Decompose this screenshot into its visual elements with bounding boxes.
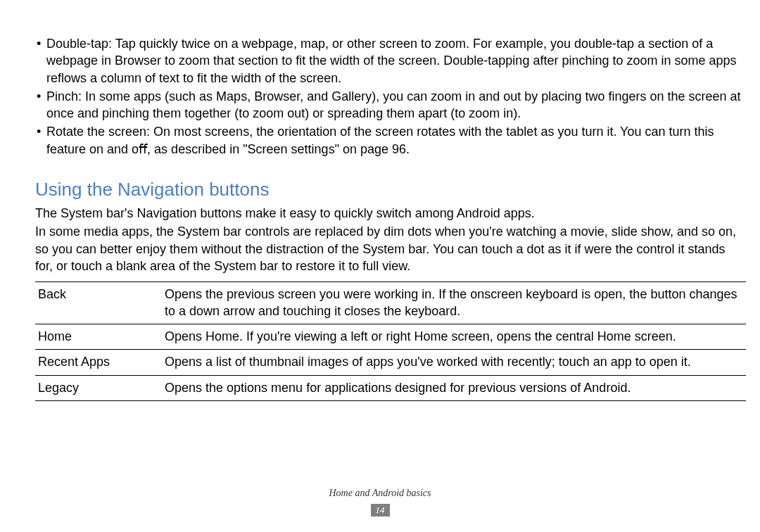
table-cell-label: Legacy [35,375,162,400]
section-heading: Using the Navigation buttons [35,179,746,201]
table-cell-label: Recent Apps [35,350,162,375]
table-row: Legacy Opens the options menu for applic… [35,375,746,400]
intro-paragraph-1: The System bar's Navigation buttons make… [35,205,746,222]
gesture-bullet-list: Double-tap: Tap quickly twice on a webpa… [35,35,746,158]
bullet-item: Pinch: In some apps (such as Maps, Brows… [35,88,746,122]
table-cell-desc: Opens Home. If you're viewing a left or … [162,324,746,350]
table-row: Back Opens the previous screen you were … [35,282,746,324]
bullet-item: Rotate the screen: On most screens, the … [35,123,746,158]
table-row: Home Opens Home. If you're viewing a lef… [35,324,746,350]
table-cell-label: Home [35,324,162,350]
footer-chapter-title: Home and Android basics [0,488,760,499]
table-row: Recent Apps Opens a list of thumbnail im… [35,350,746,375]
table-cell-label: Back [35,282,162,324]
intro-paragraph-2: In some media apps, the System bar contr… [35,223,746,274]
bullet-item: Double-tap: Tap quickly twice on a webpa… [35,35,746,87]
table-cell-desc: Opens the options menu for applications … [162,375,746,400]
navigation-buttons-table: Back Opens the previous screen you were … [35,281,746,401]
table-cell-desc: Opens a list of thumbnail images of apps… [162,350,746,375]
table-cell-desc: Opens the previous screen you were worki… [162,282,746,324]
page-number: 14 [371,504,390,517]
page-footer: Home and Android basics 14 [0,488,760,517]
